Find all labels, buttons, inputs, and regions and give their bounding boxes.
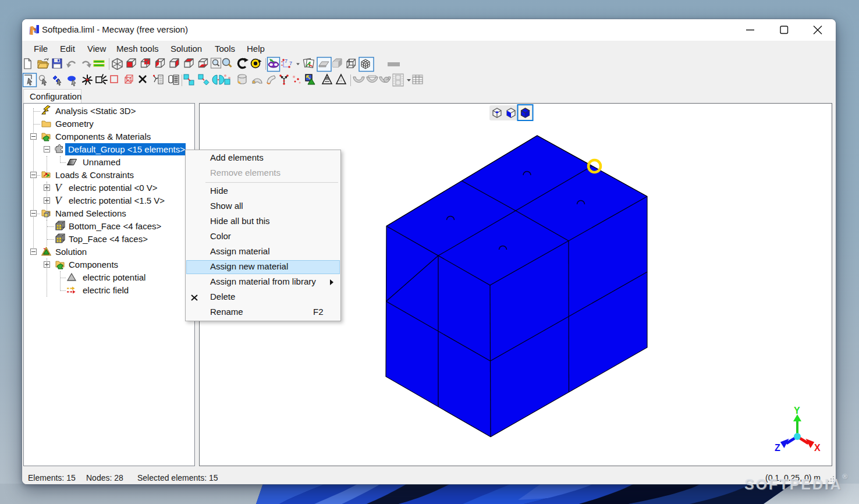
svg-text:7: 7: [285, 58, 287, 64]
svg-text:X: X: [814, 443, 821, 453]
svg-text:Y: Y: [794, 406, 800, 416]
svg-text:7: 7: [289, 61, 292, 66]
svg-text:Z: Z: [775, 443, 780, 453]
